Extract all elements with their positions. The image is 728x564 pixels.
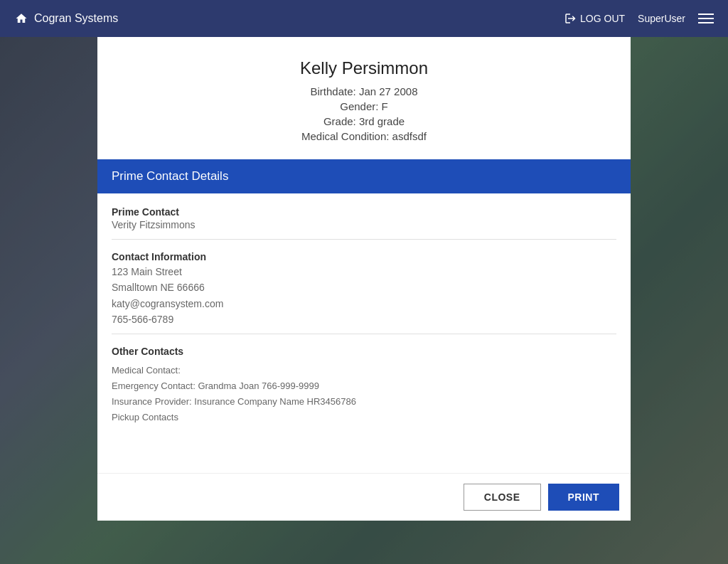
contact-address-block: 123 Main Street Smalltown NE 66666 katy@… — [112, 264, 616, 328]
email: katy@cogransystem.com — [112, 296, 616, 312]
emergency-contact: Emergency Contact: Grandma Joan 766-999-… — [112, 378, 616, 394]
prime-contact-label: Prime Contact — [112, 206, 616, 218]
logout-label: LOG OUT — [580, 13, 625, 24]
modal-dialog: Kelly Persimmon Birthdate: Jan 27 2008 G… — [97, 37, 631, 521]
contact-info-label: Contact Information — [112, 251, 616, 262]
pickup-contacts: Pickup Contacts — [112, 410, 616, 425]
divider-1 — [112, 239, 616, 240]
user-label: SuperUser — [638, 13, 685, 24]
other-contacts-label: Other Contacts — [112, 346, 616, 357]
close-button[interactable]: CLOSE — [464, 484, 541, 511]
phone: 765-566-6789 — [112, 312, 616, 327]
student-birthdate: Birthdate: Jan 27 2008 — [126, 85, 602, 97]
student-header: Kelly Persimmon Birthdate: Jan 27 2008 G… — [97, 37, 631, 159]
logout-button[interactable]: LOG OUT — [564, 12, 625, 25]
navbar-brand-area: Cogran Systems — [14, 11, 118, 26]
navbar-right-area: LOG OUT SuperUser — [564, 12, 714, 25]
student-grade: Grade: 3rd grade — [126, 115, 602, 127]
home-icon — [14, 11, 28, 26]
prime-contact-content: Prime Contact Verity Fitzsimmons Contact… — [97, 193, 631, 438]
divider-2 — [112, 334, 616, 334]
student-name: Kelly Persimmon — [126, 58, 602, 78]
prime-contact-name: Verity Fitzsimmons — [112, 219, 616, 230]
modal-footer: CLOSE PRINT — [97, 473, 631, 521]
navbar: Cogran Systems LOG OUT SuperUser — [0, 0, 728, 37]
prime-contact-section-header: Prime Contact Details — [97, 159, 631, 193]
insurance-provider: Insurance Provider: Insurance Company Na… — [112, 394, 616, 410]
student-medical: Medical Condition: asdfsdf — [126, 130, 602, 142]
address-line1: 123 Main Street — [112, 264, 616, 280]
print-button[interactable]: PRINT — [548, 484, 620, 511]
brand-name: Cogran Systems — [34, 12, 118, 25]
hamburger-menu[interactable] — [698, 14, 714, 23]
modal-overlay: Kelly Persimmon Birthdate: Jan 27 2008 G… — [0, 0, 728, 564]
modal-scroll-content[interactable]: Kelly Persimmon Birthdate: Jan 27 2008 G… — [97, 37, 631, 473]
address-line2: Smalltown NE 66666 — [112, 280, 616, 295]
student-gender: Gender: F — [126, 100, 602, 112]
medical-contact-label: Medical Contact: — [112, 363, 616, 378]
